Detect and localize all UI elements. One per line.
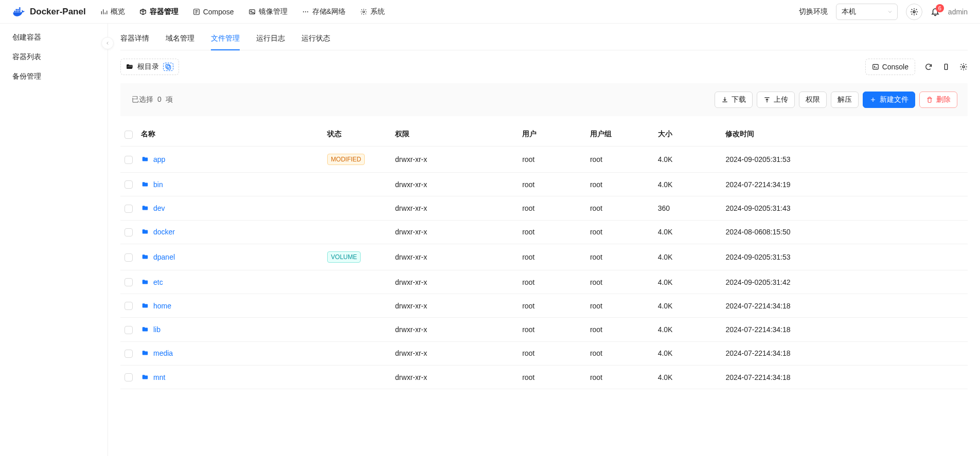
console-button[interactable]: Console [865, 59, 915, 75]
file-name-link[interactable]: media [141, 349, 173, 357]
upload-button[interactable]: 上传 [757, 92, 795, 108]
cell-perm: drwxr-xr-x [391, 341, 518, 365]
selection-count: 0 [157, 95, 162, 103]
cell-perm: drwxr-xr-x [391, 173, 518, 196]
cell-size: 4.0K [654, 294, 722, 318]
selection-text: 已选择 0 项 [131, 95, 174, 104]
selection-prefix: 已选择 [132, 95, 153, 103]
cell-user: root [518, 244, 586, 270]
env-select[interactable]: 本机 [836, 4, 898, 20]
row-checkbox[interactable] [124, 228, 133, 236]
cell-size: 4.0K [654, 220, 722, 244]
file-name-link[interactable]: app [141, 155, 165, 163]
new-file-button[interactable]: 新建文件 [863, 92, 915, 108]
tab-4[interactable]: 运行状态 [301, 28, 330, 50]
topmenu-item-4[interactable]: 存储&网络 [302, 7, 346, 16]
row-checkbox[interactable] [124, 326, 133, 334]
cell-group: root [586, 318, 654, 341]
cell-perm: drwxr-xr-x [391, 294, 518, 318]
cell-size: 4.0K [654, 341, 722, 365]
cell-mtime: 2024-09-0205:31:53 [721, 147, 968, 173]
env-select-value: 本机 [842, 7, 856, 16]
settings-icon[interactable] [959, 63, 968, 71]
row-checkbox[interactable] [124, 156, 133, 164]
gear-icon [910, 8, 918, 16]
tab-0[interactable]: 容器详情 [120, 28, 149, 50]
row-checkbox[interactable] [124, 180, 133, 189]
breadcrumb-copy[interactable] [163, 63, 173, 71]
settings-button[interactable] [906, 4, 922, 20]
file-name-link[interactable]: bin [141, 180, 163, 189]
trash-icon [926, 96, 933, 103]
row-checkbox[interactable] [124, 350, 133, 358]
new-file-label: 新建文件 [880, 95, 908, 104]
menu-icon [100, 8, 108, 15]
sidebar-item-1[interactable]: 容器列表 [0, 47, 108, 67]
table-row: docker drwxr-xr-x root root 4.0K 2024-08… [120, 220, 968, 244]
sidebar: 创建容器容器列表备份管理 [0, 24, 108, 456]
topmenu-item-5[interactable]: 系统 [360, 7, 385, 16]
topmenu-item-3[interactable]: 镜像管理 [248, 7, 288, 16]
row-checkbox[interactable] [124, 205, 133, 213]
tab-1[interactable]: 域名管理 [166, 28, 194, 50]
delete-button[interactable]: 删除 [919, 92, 957, 108]
download-button[interactable]: 下载 [715, 92, 753, 108]
folder-icon [141, 279, 149, 286]
cell-size: 4.0K [654, 173, 722, 196]
column-guide-icon[interactable] [942, 63, 950, 71]
tab-2[interactable]: 文件管理 [211, 28, 240, 50]
col-perm: 权限 [391, 122, 518, 147]
terminal-icon [872, 63, 879, 70]
upload-label: 上传 [774, 95, 788, 104]
table-row: home drwxr-xr-x root root 4.0K 2024-07-2… [120, 294, 968, 318]
tab-3[interactable]: 运行日志 [256, 28, 285, 50]
select-all-checkbox[interactable] [124, 131, 133, 139]
file-name-link[interactable]: etc [141, 278, 163, 286]
sidebar-item-0[interactable]: 创建容器 [0, 28, 108, 47]
file-name-link[interactable]: docker [141, 228, 175, 236]
cell-user: root [518, 318, 586, 341]
reload-icon[interactable] [924, 63, 933, 71]
file-name-link[interactable]: lib [141, 325, 161, 334]
file-name-link[interactable]: mnt [141, 373, 165, 381]
cell-mtime: 2024-09-0205:31:53 [721, 244, 968, 270]
cell-mtime: 2024-07-2214:34:18 [721, 294, 968, 318]
topmenu-item-0[interactable]: 概览 [100, 7, 125, 16]
cell-size: 4.0K [654, 147, 722, 173]
chevron-down-icon [887, 9, 893, 15]
cell-user: root [518, 270, 586, 294]
file-name-link[interactable]: home [141, 302, 171, 310]
menu-icon [193, 8, 200, 15]
folder-icon [141, 228, 149, 235]
cell-perm: drwxr-xr-x [391, 196, 518, 220]
unzip-button[interactable]: 解压 [831, 92, 859, 108]
cell-perm: drwxr-xr-x [391, 318, 518, 341]
row-checkbox[interactable] [124, 302, 133, 310]
permission-button[interactable]: 权限 [799, 92, 827, 108]
row-checkbox[interactable] [124, 373, 133, 381]
cell-user: root [518, 220, 586, 244]
sidebar-item-2[interactable]: 备份管理 [0, 67, 108, 86]
unzip-label: 解压 [838, 95, 852, 104]
folder-icon [141, 374, 149, 381]
table-row: etc drwxr-xr-x root root 4.0K 2024-09-02… [120, 270, 968, 294]
chevron-left-icon [105, 41, 110, 46]
breadcrumb[interactable]: 根目录 [120, 59, 179, 75]
file-name-link[interactable]: dev [141, 204, 165, 212]
status-badge: VOLUME [327, 251, 361, 263]
row-checkbox[interactable] [124, 278, 133, 286]
current-user[interactable]: admin [948, 8, 968, 16]
sidebar-collapse-button[interactable] [101, 37, 114, 49]
file-name-link[interactable]: dpanel [141, 253, 175, 261]
topmenu-item-2[interactable]: Compose [193, 8, 234, 16]
folder-open-icon [126, 63, 133, 70]
upload-icon [763, 96, 771, 103]
table-row: dev drwxr-xr-x root root 360 2024-09-020… [120, 196, 968, 220]
menu-icon [360, 8, 367, 15]
topmenu: 概览容器管理Compose镜像管理存储&网络系统 [100, 7, 385, 16]
brand[interactable]: Docker-Panel [12, 7, 86, 17]
row-checkbox[interactable] [124, 253, 133, 262]
notifications-button[interactable]: 6 [931, 7, 940, 16]
folder-icon [141, 156, 149, 163]
topmenu-item-1[interactable]: 容器管理 [139, 7, 179, 16]
